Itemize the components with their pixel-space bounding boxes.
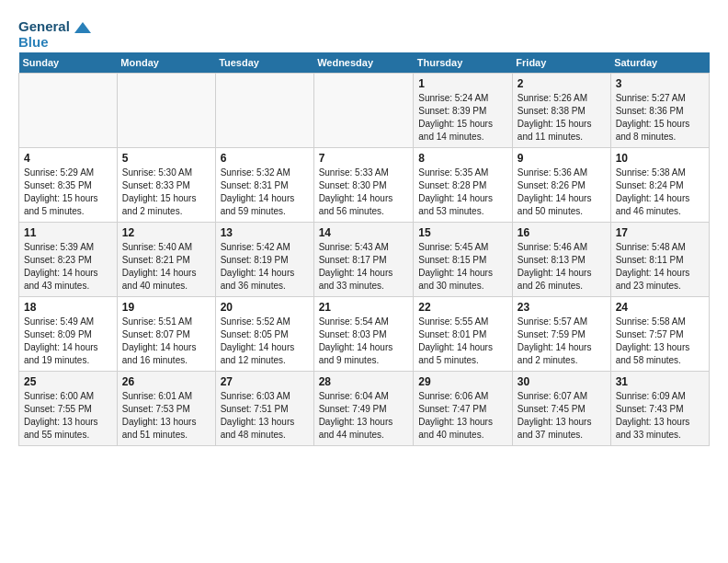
calendar-cell: 13Sunrise: 5:42 AM Sunset: 8:19 PM Dayli…: [215, 222, 313, 296]
calendar-cell: [215, 73, 313, 147]
week-row-3: 11Sunrise: 5:39 AM Sunset: 8:23 PM Dayli…: [19, 222, 710, 296]
day-number: 22: [418, 301, 507, 314]
day-info: Sunrise: 6:06 AM Sunset: 7:47 PM Dayligh…: [418, 390, 507, 442]
day-info: Sunrise: 5:45 AM Sunset: 8:15 PM Dayligh…: [418, 241, 507, 293]
day-info: Sunrise: 5:36 AM Sunset: 8:26 PM Dayligh…: [518, 167, 606, 218]
day-number: 15: [418, 226, 507, 239]
day-number: 16: [518, 226, 606, 239]
day-info: Sunrise: 5:32 AM Sunset: 8:31 PM Dayligh…: [221, 167, 309, 218]
day-number: 23: [518, 301, 606, 314]
day-number: 21: [319, 301, 409, 314]
day-info: Sunrise: 5:26 AM Sunset: 8:38 PM Dayligh…: [518, 92, 606, 144]
day-number: 7: [319, 152, 409, 165]
calendar-cell: 26Sunrise: 6:01 AM Sunset: 7:53 PM Dayli…: [117, 371, 215, 445]
calendar-cell: 23Sunrise: 5:57 AM Sunset: 7:59 PM Dayli…: [512, 296, 610, 371]
day-info: Sunrise: 5:51 AM Sunset: 8:07 PM Dayligh…: [122, 316, 210, 367]
day-info: Sunrise: 6:07 AM Sunset: 7:45 PM Dayligh…: [518, 390, 606, 442]
day-number: 3: [616, 77, 704, 90]
calendar-cell: 28Sunrise: 6:04 AM Sunset: 7:49 PM Dayli…: [313, 371, 414, 445]
day-number: 8: [418, 152, 507, 165]
calendar-cell: [313, 73, 414, 147]
svg-marker-0: [74, 22, 91, 33]
calendar-cell: 30Sunrise: 6:07 AM Sunset: 7:45 PM Dayli…: [512, 371, 610, 445]
calendar-cell: 29Sunrise: 6:06 AM Sunset: 7:47 PM Dayli…: [414, 371, 513, 445]
day-info: Sunrise: 6:00 AM Sunset: 7:55 PM Dayligh…: [24, 390, 112, 442]
day-number: 10: [616, 152, 704, 165]
day-info: Sunrise: 5:42 AM Sunset: 8:19 PM Dayligh…: [221, 241, 309, 293]
weekday-header-tuesday: Tuesday: [215, 52, 313, 74]
day-number: 25: [24, 375, 112, 388]
weekday-header-monday: Monday: [117, 52, 215, 74]
day-info: Sunrise: 5:27 AM Sunset: 8:36 PM Dayligh…: [616, 92, 704, 144]
calendar-cell: 31Sunrise: 6:09 AM Sunset: 7:43 PM Dayli…: [610, 371, 709, 445]
calendar-cell: 8Sunrise: 5:35 AM Sunset: 8:28 PM Daylig…: [414, 147, 513, 222]
day-number: 9: [518, 152, 606, 165]
calendar-cell: 24Sunrise: 5:58 AM Sunset: 7:57 PM Dayli…: [610, 296, 709, 371]
day-info: Sunrise: 5:49 AM Sunset: 8:09 PM Dayligh…: [24, 316, 112, 367]
weekday-header-sunday: Sunday: [19, 52, 118, 74]
day-number: 4: [24, 152, 112, 165]
day-info: Sunrise: 5:54 AM Sunset: 8:03 PM Dayligh…: [319, 316, 409, 367]
day-info: Sunrise: 5:46 AM Sunset: 8:13 PM Dayligh…: [518, 241, 606, 293]
logo-general: General: [18, 18, 70, 34]
day-info: Sunrise: 5:38 AM Sunset: 8:24 PM Dayligh…: [616, 167, 704, 218]
calendar-cell: 3Sunrise: 5:27 AM Sunset: 8:36 PM Daylig…: [610, 73, 709, 147]
day-number: 12: [122, 226, 210, 239]
calendar-cell: 17Sunrise: 5:48 AM Sunset: 8:11 PM Dayli…: [610, 222, 709, 296]
calendar-cell: 20Sunrise: 5:52 AM Sunset: 8:05 PM Dayli…: [215, 296, 313, 371]
day-number: 14: [319, 226, 409, 239]
weekday-header-thursday: Thursday: [414, 52, 513, 74]
calendar-cell: 10Sunrise: 5:38 AM Sunset: 8:24 PM Dayli…: [610, 147, 709, 222]
day-info: Sunrise: 5:24 AM Sunset: 8:39 PM Dayligh…: [418, 92, 507, 144]
day-info: Sunrise: 6:09 AM Sunset: 7:43 PM Dayligh…: [616, 390, 704, 442]
calendar-cell: 12Sunrise: 5:40 AM Sunset: 8:21 PM Dayli…: [117, 222, 215, 296]
calendar-cell: 27Sunrise: 6:03 AM Sunset: 7:51 PM Dayli…: [215, 371, 313, 445]
calendar-cell: 16Sunrise: 5:46 AM Sunset: 8:13 PM Dayli…: [512, 222, 610, 296]
calendar-cell: 1Sunrise: 5:24 AM Sunset: 8:39 PM Daylig…: [414, 73, 513, 147]
day-number: 17: [616, 226, 704, 239]
day-info: Sunrise: 6:01 AM Sunset: 7:53 PM Dayligh…: [122, 390, 210, 442]
calendar-cell: 4Sunrise: 5:29 AM Sunset: 8:35 PM Daylig…: [19, 147, 118, 222]
calendar-cell: 22Sunrise: 5:55 AM Sunset: 8:01 PM Dayli…: [414, 296, 513, 371]
day-info: Sunrise: 5:29 AM Sunset: 8:35 PM Dayligh…: [24, 167, 112, 218]
day-info: Sunrise: 5:52 AM Sunset: 8:05 PM Dayligh…: [221, 316, 309, 367]
calendar-cell: 2Sunrise: 5:26 AM Sunset: 8:38 PM Daylig…: [512, 73, 610, 147]
day-number: 11: [24, 226, 112, 239]
calendar-cell: 7Sunrise: 5:33 AM Sunset: 8:30 PM Daylig…: [313, 147, 414, 222]
logo-arrow-icon: [74, 22, 91, 33]
day-info: Sunrise: 5:48 AM Sunset: 8:11 PM Dayligh…: [616, 241, 704, 293]
day-info: Sunrise: 5:30 AM Sunset: 8:33 PM Dayligh…: [122, 167, 210, 218]
week-row-2: 4Sunrise: 5:29 AM Sunset: 8:35 PM Daylig…: [19, 147, 710, 222]
calendar-cell: 15Sunrise: 5:45 AM Sunset: 8:15 PM Dayli…: [414, 222, 513, 296]
day-number: 20: [221, 301, 309, 314]
logo: General Blue: [18, 18, 91, 51]
day-info: Sunrise: 5:40 AM Sunset: 8:21 PM Dayligh…: [122, 241, 210, 293]
day-number: 28: [319, 375, 409, 388]
day-info: Sunrise: 5:58 AM Sunset: 7:57 PM Dayligh…: [616, 316, 704, 367]
day-number: 26: [122, 375, 210, 388]
day-number: 30: [518, 375, 606, 388]
calendar-cell: [117, 73, 215, 147]
day-number: 29: [418, 375, 507, 388]
day-number: 5: [122, 152, 210, 165]
calendar-cell: 18Sunrise: 5:49 AM Sunset: 8:09 PM Dayli…: [19, 296, 118, 371]
day-info: Sunrise: 6:03 AM Sunset: 7:51 PM Dayligh…: [221, 390, 309, 442]
calendar-cell: 19Sunrise: 5:51 AM Sunset: 8:07 PM Dayli…: [117, 296, 215, 371]
day-info: Sunrise: 5:55 AM Sunset: 8:01 PM Dayligh…: [418, 316, 507, 367]
week-row-1: 1Sunrise: 5:24 AM Sunset: 8:39 PM Daylig…: [19, 73, 710, 147]
calendar-cell: 5Sunrise: 5:30 AM Sunset: 8:33 PM Daylig…: [117, 147, 215, 222]
calendar-cell: 14Sunrise: 5:43 AM Sunset: 8:17 PM Dayli…: [313, 222, 414, 296]
day-number: 18: [24, 301, 112, 314]
day-number: 19: [122, 301, 210, 314]
day-info: Sunrise: 6:04 AM Sunset: 7:49 PM Dayligh…: [319, 390, 409, 442]
calendar-cell: 6Sunrise: 5:32 AM Sunset: 8:31 PM Daylig…: [215, 147, 313, 222]
calendar-cell: [19, 73, 118, 147]
weekday-header-saturday: Saturday: [610, 52, 709, 74]
weekday-header-row: SundayMondayTuesdayWednesdayThursdayFrid…: [19, 52, 710, 74]
day-info: Sunrise: 5:57 AM Sunset: 7:59 PM Dayligh…: [518, 316, 606, 367]
calendar-cell: 11Sunrise: 5:39 AM Sunset: 8:23 PM Dayli…: [19, 222, 118, 296]
day-number: 24: [616, 301, 704, 314]
day-info: Sunrise: 5:43 AM Sunset: 8:17 PM Dayligh…: [319, 241, 409, 293]
day-number: 2: [518, 77, 606, 90]
calendar-cell: 25Sunrise: 6:00 AM Sunset: 7:55 PM Dayli…: [19, 371, 118, 445]
